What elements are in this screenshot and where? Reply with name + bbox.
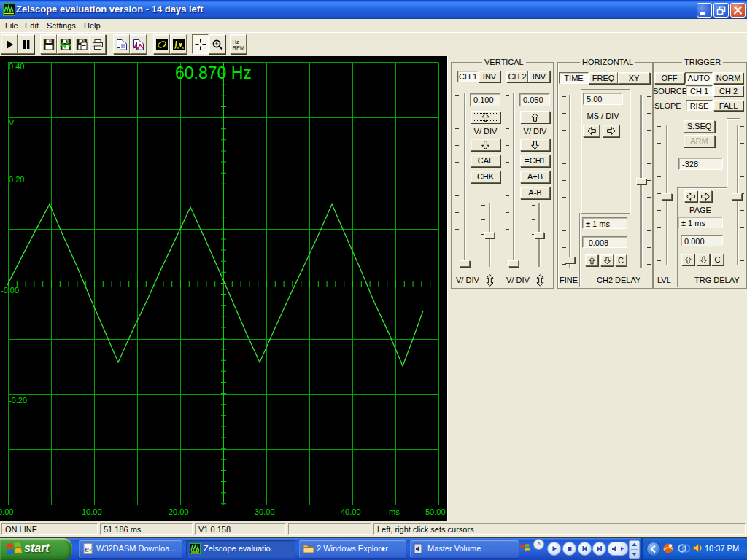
- svg-text:50.00: 50.00: [425, 508, 446, 516]
- svg-text:V: V: [9, 118, 15, 127]
- svg-text:RPM: RPM: [232, 44, 244, 50]
- svg-text:0.20: 0.20: [9, 175, 24, 184]
- svg-text:40.00: 40.00: [341, 508, 361, 516]
- svg-text:-0.20: -0.20: [9, 396, 27, 405]
- svg-text:60.870 Hz: 60.870 Hz: [175, 63, 252, 82]
- svg-text:e: e: [85, 543, 89, 554]
- svg-text:30.00: 30.00: [255, 508, 275, 516]
- svg-text:0.00: 0.00: [0, 508, 13, 516]
- svg-text:0.40: 0.40: [9, 62, 24, 71]
- svg-text:ms: ms: [389, 508, 400, 516]
- svg-text:20.00: 20.00: [169, 508, 189, 516]
- svg-text:10.00: 10.00: [82, 508, 102, 516]
- svg-text:-0.00: -0.00: [1, 286, 19, 295]
